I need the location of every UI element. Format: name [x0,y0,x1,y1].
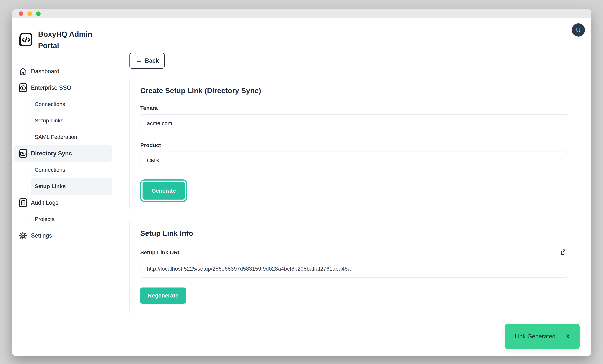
sidebar-item-dashboard[interactable]: Dashboard [14,63,112,79]
gear-icon [18,231,28,241]
clipboard-badge-icon [18,198,28,208]
sidebar-item-label: Directory Sync [31,150,72,157]
sidebar-item-label: Projects [35,216,55,222]
main-area: U ← Back Create Setup Link (Directory Sy… [116,18,591,356]
sidebar-item-label: Setup Links [35,183,66,189]
sso-cloud-badge-icon [18,83,28,93]
create-card-title: Create Setup Link (Directory Sync) [140,87,568,95]
generate-button[interactable]: Generate [142,182,185,199]
back-button-label: Back [145,57,159,64]
product-input[interactable] [140,152,568,169]
setup-link-url-input[interactable] [140,260,568,277]
setup-link-url-label: Setup Link URL [140,249,181,256]
close-window-button[interactable] [19,11,23,16]
folder-badge-icon [18,148,28,159]
sidebar-subnav-enterprise-sso: Connections Setup Links SAML Federation [28,96,112,145]
brand: BoxyHQ Admin Portal [17,29,112,52]
tenant-input[interactable] [140,114,568,132]
sidebar-item-settings[interactable]: Settings [14,227,112,244]
sidebar-item-dsync-connections[interactable]: Connections [31,162,112,178]
setup-link-info-card: Setup Link Info Setup Link URL [129,220,578,315]
sidebar-item-dsync-setup-links[interactable]: Setup Links [31,178,112,195]
sidebar-item-saml-federation[interactable]: SAML Federation [31,129,112,145]
sidebar-nav: Dashboard Enterprise SSO [17,63,112,244]
sidebar-item-sso-connections[interactable]: Connections [31,96,112,112]
sidebar-item-label: SAML Federation [35,134,77,140]
toast-message: Link Generated [515,333,556,340]
avatar-initial: U [576,26,581,34]
tenant-label: Tenant [140,105,568,111]
boxyhq-logo-icon [18,32,33,48]
regenerate-button[interactable]: Regenerate [140,287,186,304]
sidebar-item-projects[interactable]: Projects [31,211,112,227]
back-button[interactable]: ← Back [129,53,165,69]
back-arrow-icon: ← [135,57,142,64]
app-window: BoxyHQ Admin Portal Dashboard [12,9,591,356]
zoom-window-button[interactable] [36,11,41,16]
product-label: Product [140,142,568,148]
sidebar-item-directory-sync[interactable]: Directory Sync [14,145,112,162]
sidebar-subnav-directory-sync: Connections Setup Links [28,162,112,195]
sidebar-subnav-audit-logs: Projects [28,211,112,227]
sidebar-item-label: Connections [35,101,65,107]
clipboard-copy-icon [560,248,568,257]
top-header: U [116,18,591,43]
sidebar-item-sso-setup-links[interactable]: Setup Links [31,112,112,129]
avatar[interactable]: U [572,23,585,37]
sidebar-item-label: Settings [31,232,52,239]
create-setup-link-card: Create Setup Link (Directory Sync) Tenan… [129,77,578,211]
window-titlebar [12,9,591,18]
sidebar: BoxyHQ Admin Portal Dashboard [12,18,116,356]
sidebar-item-label: Connections [35,167,65,173]
toast-link-generated: Link Generated X [505,324,580,349]
sidebar-item-label: Audit Logs [31,199,58,206]
minimize-window-button[interactable] [27,11,32,16]
copy-button[interactable] [559,248,568,257]
sidebar-item-label: Dashboard [31,68,59,75]
home-icon [18,66,28,77]
page-content: ← Back Create Setup Link (Directory Sync… [116,43,591,356]
sidebar-item-enterprise-sso[interactable]: Enterprise SSO [14,79,112,96]
sidebar-item-label: Enterprise SSO [31,84,71,91]
toast-close-button[interactable]: X [566,333,570,340]
info-card-title: Setup Link Info [140,229,568,238]
brand-title: BoxyHQ Admin Portal [38,29,98,52]
sidebar-item-label: Setup Links [35,117,63,124]
sidebar-item-audit-logs[interactable]: Audit Logs [14,195,112,211]
